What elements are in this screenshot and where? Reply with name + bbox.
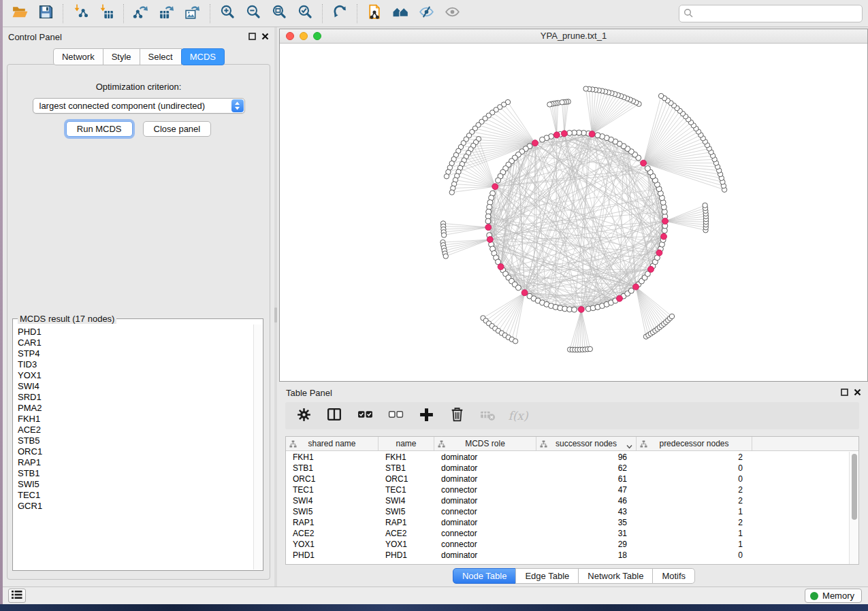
- zoom-selected-button[interactable]: [292, 2, 318, 25]
- list-item[interactable]: CAR1: [18, 337, 253, 348]
- table-row[interactable]: SWI4SWI4dominator462: [286, 495, 849, 506]
- list-item[interactable]: SRD1: [18, 392, 253, 403]
- close-icon[interactable]: [854, 386, 861, 399]
- list-item[interactable]: PMA2: [18, 403, 253, 414]
- network-window: YPA_prune.txt_1: [279, 29, 868, 382]
- memory-button[interactable]: Memory: [805, 589, 862, 603]
- list-item[interactable]: STB5: [18, 435, 253, 446]
- search-input[interactable]: [679, 5, 863, 22]
- folder-open-button[interactable]: [7, 2, 33, 25]
- share-document-button[interactable]: [361, 2, 387, 25]
- table-row[interactable]: STB1STB1dominator620: [286, 463, 849, 474]
- cell-MCDS-role: dominator: [434, 463, 536, 474]
- tab-mcds[interactable]: MCDS: [181, 48, 225, 65]
- table-row[interactable]: TEC1TEC1connector472: [286, 484, 849, 495]
- list-item[interactable]: PHD1: [18, 327, 253, 337]
- deselect-all-button[interactable]: [387, 406, 404, 425]
- float-icon[interactable]: [841, 386, 848, 399]
- shared-column-icon: [540, 440, 547, 450]
- optimization-criterion-value: largest connected component (undirected): [39, 101, 231, 111]
- table-row[interactable]: RAP1RAP1dominator352: [286, 517, 849, 528]
- optimization-criterion-select[interactable]: largest connected component (undirected): [33, 98, 245, 114]
- float-icon[interactable]: [248, 31, 256, 43]
- cell-MCDS-role: connector: [434, 539, 536, 550]
- export-image-button[interactable]: [180, 2, 206, 25]
- list-item[interactable]: TID3: [18, 359, 253, 370]
- list-item[interactable]: FKH1: [18, 414, 253, 425]
- eye-slash-button[interactable]: [413, 2, 439, 25]
- table-row[interactable]: FKH1FKH1dominator962: [286, 452, 849, 463]
- import-network-button[interactable]: [67, 2, 93, 25]
- column-header-MCDS-role[interactable]: MCDS role: [434, 437, 536, 450]
- fx-icon: f(x): [508, 409, 528, 423]
- column-header-name[interactable]: name: [379, 437, 434, 450]
- cell-shared-name: STB1: [286, 463, 379, 474]
- delete-table-icon: [479, 406, 496, 426]
- houses-button[interactable]: [387, 2, 413, 25]
- network-title: YPA_prune.txt_1: [280, 31, 867, 41]
- zoom-out-button[interactable]: [240, 2, 266, 25]
- tab-network[interactable]: Network: [53, 48, 103, 65]
- table-row[interactable]: YOX1YOX1connector291: [286, 539, 849, 550]
- list-item[interactable]: SWI5: [18, 479, 253, 490]
- list-item[interactable]: STP4: [18, 348, 253, 359]
- columns-button[interactable]: [325, 406, 343, 425]
- cell-shared-name: YOX1: [286, 539, 379, 550]
- select-all-button[interactable]: [356, 406, 374, 425]
- table-row[interactable]: ORC1ORC1dominator610: [286, 474, 849, 484]
- cell-MCDS-role: dominator: [434, 495, 536, 506]
- mcds-list-scrollbar[interactable]: [253, 325, 262, 569]
- list-item[interactable]: TEC1: [18, 490, 253, 501]
- list-item[interactable]: GCR1: [18, 501, 253, 512]
- trash-button[interactable]: [448, 406, 466, 425]
- tab-select[interactable]: Select: [140, 48, 182, 65]
- shared-column-icon: [438, 440, 445, 450]
- list-item[interactable]: YOX1: [18, 370, 253, 381]
- table-panel: Table Panel f(x) shared namenameMCDS rol…: [279, 383, 868, 587]
- save-button[interactable]: [33, 2, 59, 25]
- status-menu-button[interactable]: [8, 589, 26, 603]
- table-scrollbar-thumb[interactable]: [852, 454, 857, 520]
- list-item[interactable]: STB1: [18, 468, 253, 479]
- close-panel-button[interactable]: Close panel: [143, 121, 212, 137]
- export-network-icon: [133, 3, 150, 23]
- node-table: shared namenameMCDS rolesuccessor nodesp…: [285, 436, 859, 565]
- close-icon[interactable]: [261, 31, 269, 43]
- run-mcds-button[interactable]: Run MCDS: [66, 121, 133, 137]
- table-scrollbar[interactable]: [849, 452, 858, 564]
- tab-style[interactable]: Style: [103, 48, 140, 65]
- export-network-button[interactable]: [128, 2, 154, 25]
- cell-successor-nodes: 35: [536, 517, 637, 528]
- cell-predecessor-nodes: 2: [637, 452, 752, 463]
- eye-icon: [444, 3, 461, 23]
- add-button[interactable]: [417, 406, 435, 425]
- tab-node-table[interactable]: Node Table: [453, 568, 517, 584]
- share-document-icon: [366, 3, 383, 23]
- tab-motifs[interactable]: Motifs: [652, 568, 695, 584]
- import-table-button[interactable]: [93, 2, 119, 25]
- list-item[interactable]: ORC1: [18, 446, 253, 457]
- column-header-shared-name[interactable]: shared name: [286, 437, 379, 450]
- zoom-fit-button[interactable]: [266, 2, 292, 25]
- gear-button[interactable]: [295, 406, 312, 425]
- table-row[interactable]: SWI5SWI5connector431: [286, 506, 849, 517]
- eye-button[interactable]: [439, 2, 465, 25]
- table-row[interactable]: PHD1PHD1dominator180: [286, 550, 849, 561]
- list-item[interactable]: ACE2: [18, 425, 253, 435]
- column-header-predecessor-nodes[interactable]: predecessor nodes: [637, 437, 752, 450]
- fx-button: f(x): [509, 406, 527, 425]
- table-row[interactable]: ACE2ACE2connector311: [286, 528, 849, 539]
- tab-edge-table[interactable]: Edge Table: [515, 568, 579, 584]
- table-toolbar: f(x): [285, 402, 859, 429]
- network-canvas[interactable]: [280, 44, 867, 381]
- export-table-button[interactable]: [154, 2, 180, 25]
- list-item[interactable]: SWI4: [18, 381, 253, 392]
- network-graph[interactable]: [280, 44, 867, 381]
- refresh-button[interactable]: [327, 2, 353, 25]
- cell-predecessor-nodes: 2: [637, 517, 752, 528]
- tab-network-table[interactable]: Network Table: [578, 568, 653, 584]
- cell-name: SWI4: [379, 495, 434, 506]
- zoom-in-button[interactable]: [214, 2, 240, 25]
- column-header-successor-nodes[interactable]: successor nodes: [536, 437, 637, 450]
- list-item[interactable]: RAP1: [18, 457, 253, 468]
